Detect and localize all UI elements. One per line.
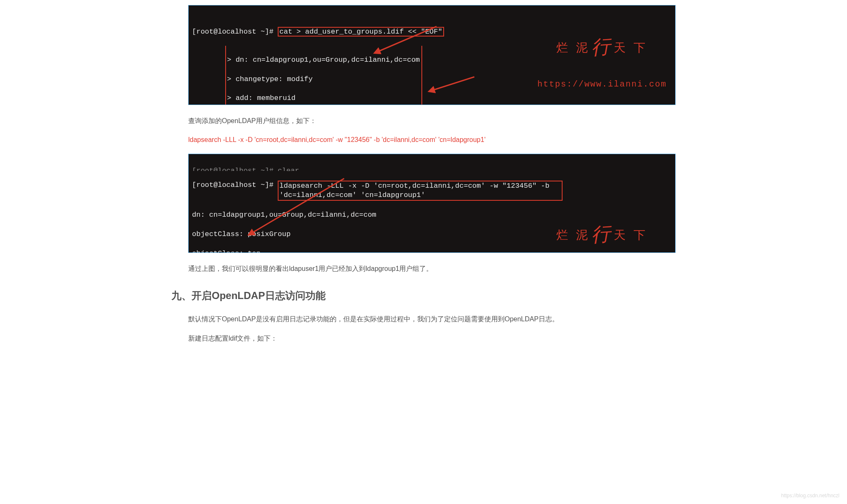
prompt: [root@localhost ~]# xyxy=(192,28,278,36)
output-line: dn: cn=ldapgroup1,ou=Group,dc=ilanni,dc=… xyxy=(192,210,672,220)
highlighted-command: cat > add_user_to_groups.ldif << "EOF" xyxy=(278,27,444,37)
ldif-line: add: memberuid xyxy=(236,94,296,102)
command-text: ldapsearch -LLL -x -D 'cn=root,dc=ilanni… xyxy=(171,134,676,145)
annotation-arrow xyxy=(424,73,483,98)
highlighted-command: ldapsearch -LLL -x -D 'cn=root,dc=ilanni… xyxy=(278,181,563,201)
watermark: 烂 泥行天 下 https://www.ilanni.com xyxy=(537,13,667,105)
terminal-screenshot-2: [root@localhost ~]# clear [root@localhos… xyxy=(188,154,676,253)
paragraph: 默认情况下OpenLDAP是没有启用日志记录功能的，但是在实际使用过程中，我们为… xyxy=(171,313,676,325)
highlighted-block: > dn: cn=ldapgroup1,ou=Group,dc=ilanni,d… xyxy=(225,46,422,105)
output-line: objectClass: posixGroup xyxy=(192,230,672,239)
paragraph: 新建日志配置ldif文件，如下： xyxy=(171,333,676,344)
output-line: objectClass: top xyxy=(192,249,672,253)
terminal-screenshot-1: [root@localhost ~]# cat > add_user_to_gr… xyxy=(188,5,676,105)
ldif-line: changetype: modify xyxy=(236,75,313,83)
truncated-line: [root@localhost ~]# clear xyxy=(192,166,672,171)
svg-line-2 xyxy=(432,77,474,90)
prompt: [root@localhost ~]# xyxy=(192,181,278,189)
paragraph: 查询添加的OpenLDAP用户组信息，如下： xyxy=(171,115,676,126)
ldif-line: dn: cn=ldapgroup1,ou=Group,dc=ilanni,dc=… xyxy=(236,56,420,64)
section-heading: 九、开启OpenLDAP日志访问功能 xyxy=(171,287,676,304)
watermark: 烂 泥行天 下 https://www.ilanni.com xyxy=(537,200,667,253)
article-body: [root@localhost ~]# cat > add_user_to_gr… xyxy=(155,5,692,368)
paragraph: 通过上图，我们可以很明显的看出ldapuser1用户已经加入到ldapgroup… xyxy=(171,263,676,274)
